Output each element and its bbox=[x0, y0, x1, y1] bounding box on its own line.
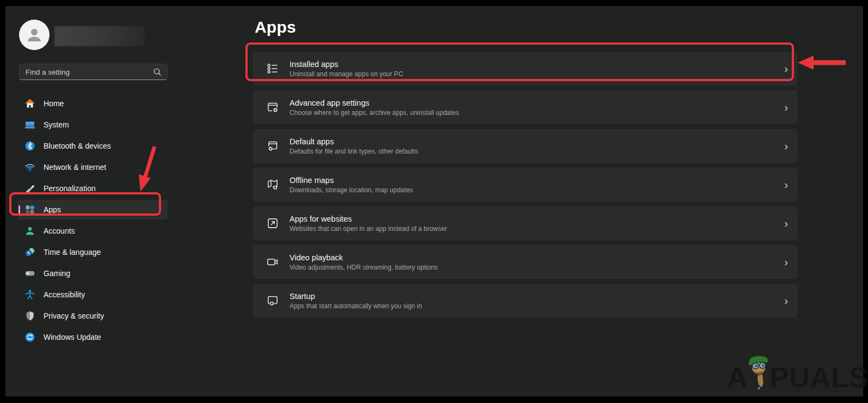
row-title: Video playback bbox=[290, 253, 438, 262]
sidebar-item-label: Apps bbox=[44, 205, 61, 214]
accounts-icon bbox=[24, 225, 35, 236]
sidebar-item-personalization[interactable]: Personalization bbox=[17, 179, 168, 198]
appuals-mascot-icon bbox=[746, 355, 771, 390]
settings-window: Home System Bluetooth & devices bbox=[5, 6, 863, 396]
selected-accent-pill bbox=[19, 205, 20, 214]
row-title: Startup bbox=[290, 292, 422, 301]
row-advanced-app-settings[interactable]: Advanced app settings Choose where to ge… bbox=[253, 90, 797, 124]
sidebar-item-label: Home bbox=[44, 99, 64, 108]
chevron-right-icon: › bbox=[784, 179, 788, 190]
avatar[interactable] bbox=[19, 20, 50, 50]
chevron-right-icon: › bbox=[784, 218, 788, 229]
video-playback-icon bbox=[266, 255, 280, 269]
row-subtitle: Defaults for file and link types, other … bbox=[290, 148, 418, 155]
user-name-blurred bbox=[54, 26, 145, 46]
row-title: Advanced app settings bbox=[290, 99, 459, 107]
sidebar-item-windows-update[interactable]: Windows Update bbox=[17, 327, 168, 347]
sidebar-item-bluetooth-devices[interactable]: Bluetooth & devices bbox=[17, 136, 168, 156]
sidebar-item-label: Accessibility bbox=[44, 290, 85, 299]
sidebar-item-network-internet[interactable]: Network & internet bbox=[17, 157, 168, 177]
offline-maps-icon bbox=[266, 178, 280, 192]
chevron-right-icon: › bbox=[784, 257, 788, 267]
sidebar-item-apps[interactable]: Apps bbox=[17, 200, 168, 219]
row-title: Offline maps bbox=[290, 176, 413, 185]
chevron-right-icon: › bbox=[784, 63, 788, 74]
sidebar-item-label: Privacy & security bbox=[44, 312, 104, 320]
row-apps-for-websites[interactable]: Apps for websites Websites that can open… bbox=[253, 206, 797, 240]
row-subtitle: Uninstall and manage apps on your PC bbox=[290, 70, 403, 78]
sidebar-item-label: Accounts bbox=[44, 227, 75, 235]
sidebar-item-accounts[interactable]: Accounts bbox=[17, 221, 168, 241]
settings-rows: Installed apps Uninstall and manage apps… bbox=[253, 52, 797, 322]
chevron-right-icon: › bbox=[784, 295, 788, 306]
sidebar-item-gaming[interactable]: Gaming bbox=[17, 264, 168, 283]
windows-update-icon bbox=[24, 332, 35, 343]
apps-icon bbox=[24, 204, 35, 215]
row-title: Default apps bbox=[290, 137, 418, 146]
sidebar-item-privacy-security[interactable]: Privacy & security bbox=[17, 306, 168, 326]
installed-apps-icon bbox=[266, 62, 280, 76]
row-title: Installed apps bbox=[290, 60, 403, 69]
row-installed-apps[interactable]: Installed apps Uninstall and manage apps… bbox=[253, 52, 797, 86]
accessibility-icon bbox=[24, 289, 35, 300]
row-startup[interactable]: Startup Apps that start automatically wh… bbox=[253, 284, 797, 317]
chevron-right-icon: › bbox=[784, 141, 788, 151]
sidebar-item-system[interactable]: System bbox=[17, 115, 168, 135]
time-language-icon bbox=[24, 247, 35, 258]
personalization-icon bbox=[24, 183, 35, 194]
row-subtitle: Websites that can open in an app instead… bbox=[290, 225, 447, 233]
watermark-text-left: A bbox=[727, 365, 748, 391]
sidebar-item-label: Time & language bbox=[44, 248, 101, 257]
sidebar-item-time-language[interactable]: Time & language bbox=[17, 242, 168, 262]
sidebar-item-label: System bbox=[44, 120, 69, 129]
appuals-watermark: A PUALS bbox=[727, 355, 868, 391]
sidebar-item-home[interactable]: Home bbox=[17, 94, 168, 113]
sidebar-item-label: Network & internet bbox=[44, 163, 106, 172]
bluetooth-icon bbox=[24, 141, 35, 151]
person-icon bbox=[25, 26, 44, 44]
sidebar-item-label: Windows Update bbox=[44, 333, 101, 341]
row-subtitle: Downloads, storage location, map updates bbox=[290, 186, 413, 194]
row-subtitle: Choose where to get apps, archive apps, … bbox=[290, 109, 459, 117]
startup-icon bbox=[266, 294, 280, 308]
row-offline-maps[interactable]: Offline maps Downloads, storage location… bbox=[253, 168, 797, 202]
row-title: Apps for websites bbox=[290, 215, 447, 223]
sidebar-item-label: Gaming bbox=[44, 269, 70, 278]
chevron-right-icon: › bbox=[784, 102, 788, 113]
gaming-icon bbox=[24, 268, 35, 279]
advanced-app-settings-icon bbox=[266, 100, 280, 114]
apps-for-websites-icon bbox=[266, 216, 280, 230]
row-video-playback[interactable]: Video playback Video adjustments, HDR st… bbox=[253, 245, 797, 279]
privacy-security-icon bbox=[24, 310, 35, 321]
watermark-text-right: PUALS bbox=[770, 365, 868, 391]
network-icon bbox=[24, 162, 35, 173]
sidebar-nav: Home System Bluetooth & devices bbox=[17, 94, 168, 349]
default-apps-icon bbox=[266, 139, 280, 153]
home-icon bbox=[24, 98, 35, 109]
row-subtitle: Apps that start automatically when you s… bbox=[290, 302, 422, 310]
search-box[interactable] bbox=[19, 64, 168, 80]
row-subtitle: Video adjustments, HDR streaming, batter… bbox=[290, 264, 438, 271]
sidebar-item-accessibility[interactable]: Accessibility bbox=[17, 285, 168, 304]
search-input[interactable] bbox=[20, 68, 153, 76]
system-icon bbox=[24, 119, 35, 130]
sidebar-item-label: Personalization bbox=[44, 184, 96, 193]
page-title: Apps bbox=[255, 18, 296, 36]
sidebar-item-label: Bluetooth & devices bbox=[44, 142, 111, 150]
row-default-apps[interactable]: Default apps Defaults for file and link … bbox=[253, 129, 797, 163]
search-icon bbox=[153, 68, 162, 76]
